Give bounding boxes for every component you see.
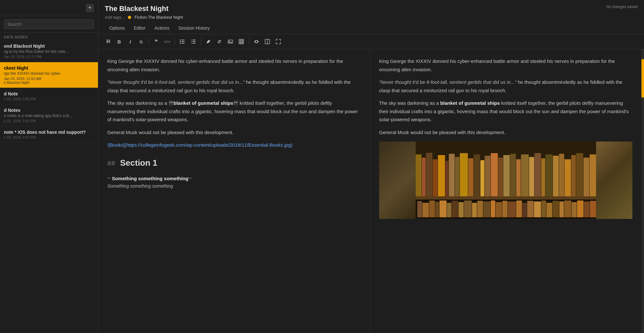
note-preview: n notes is a note-taking app that's a bi…	[4, 113, 94, 118]
link-button[interactable]	[215, 37, 224, 46]
subheading-marker: **	[107, 176, 111, 181]
tab-editor[interactable]: Editor	[129, 23, 150, 34]
svg-rect-45	[545, 154, 553, 196]
subheading-marker-end: **	[188, 176, 192, 181]
svg-rect-51	[583, 158, 589, 196]
preview-pane[interactable]: King George the XIXXIV donned his cyber-…	[370, 49, 642, 333]
svg-rect-52	[590, 154, 596, 196]
svg-rect-71	[516, 201, 522, 217]
editor-paragraph-2: "Never thought it'd be 6-foot-tall, sent…	[107, 78, 361, 94]
split-view-button[interactable]	[263, 37, 272, 46]
svg-rect-62	[458, 202, 464, 217]
svg-rect-72	[522, 203, 527, 217]
svg-rect-14	[239, 39, 244, 44]
svg-rect-70	[508, 201, 516, 217]
search-input[interactable]	[4, 19, 94, 29]
blockquote-button[interactable]: ❝	[151, 37, 161, 46]
note-title: d Note	[4, 91, 94, 96]
note-title: ond Blackest Night	[4, 44, 94, 49]
unordered-list-button[interactable]	[178, 37, 187, 46]
svg-rect-4	[180, 43, 181, 44]
note-title: ckest Night	[4, 65, 94, 71]
note-item[interactable]: d Notes n notes is a note-taking app tha…	[0, 104, 98, 126]
document-title: The Blackest Night	[105, 5, 168, 13]
preview-italic-quote: "Never thought it'd be 6-foot-tall, sent…	[379, 79, 516, 85]
editor-paragraph-3: The sky was darkening as a **blanket of …	[107, 99, 361, 124]
editor-pane[interactable]: King George the XIXXIV donned his cyber-…	[98, 49, 370, 333]
bold-button[interactable]: B	[114, 37, 124, 46]
image-link[interactable]: ![Books](https://collegeinfogeek.com/wp-…	[107, 142, 293, 148]
italic-button[interactable]: I	[125, 37, 135, 46]
note-title: note * iOS does not have md support?	[4, 130, 94, 135]
preview-button[interactable]	[252, 37, 261, 46]
svg-rect-61	[452, 201, 458, 217]
tag-dot-icon	[128, 16, 131, 19]
strikethrough-button[interactable]: S	[136, 37, 146, 46]
section-heading: ## Section 1	[107, 156, 361, 170]
note-item[interactable]: ond Blackest Night ng to try the Plus Ed…	[0, 40, 98, 62]
svg-rect-78	[559, 201, 564, 217]
note-preview: ng to try the Plus Editor for this note.…	[4, 49, 94, 54]
ordered-list-button[interactable]: 1. 2. 3.	[188, 37, 198, 46]
books-image	[379, 142, 633, 219]
preview-bold-text: blanket of gunmetal ships	[440, 100, 500, 106]
svg-rect-38	[503, 155, 510, 196]
scrollbar-thumb[interactable]	[641, 59, 644, 98]
svg-rect-36	[491, 153, 498, 196]
note-preview: rge the XIXXIV donned his cyber-	[4, 71, 94, 76]
note-date: n 22, 2019, 4:57 PM	[4, 135, 94, 139]
tab-session-history[interactable]: Session History	[174, 23, 214, 34]
svg-rect-32	[468, 158, 473, 196]
svg-rect-30	[455, 157, 459, 196]
fullscreen-button[interactable]	[274, 37, 283, 46]
editor-paragraph-1: King George the XIXXIV donned his cyber-…	[107, 57, 361, 73]
italic-quote: "Never thought it'd be 6-foot-tall, sent…	[107, 79, 245, 85]
svg-rect-0	[180, 40, 181, 41]
svg-rect-11	[192, 43, 196, 44]
svg-rect-31	[460, 153, 468, 196]
svg-rect-34	[480, 160, 484, 196]
highlight-button[interactable]	[204, 37, 213, 46]
svg-rect-60	[447, 203, 451, 217]
table-button[interactable]	[236, 37, 246, 46]
tab-options[interactable]: Options	[105, 23, 129, 34]
svg-rect-65	[477, 201, 483, 217]
tab-actions[interactable]: Actions	[150, 23, 174, 34]
svg-rect-26	[433, 159, 437, 196]
subheading-italic: Something something something	[107, 182, 361, 190]
tag-name: Fiction.The Blackest Night	[134, 15, 183, 20]
svg-rect-41	[521, 154, 529, 196]
note-item[interactable]: note * iOS does not have md support? n 2…	[0, 126, 98, 143]
add-tags-button[interactable]: Add tags...	[105, 15, 125, 20]
svg-rect-50	[576, 153, 583, 196]
svg-rect-74	[534, 201, 541, 217]
svg-rect-75	[541, 201, 546, 217]
sidebar: + Date Added ond Blackest Night ng to tr…	[0, 0, 98, 333]
section-heading-text: Section 1	[120, 158, 158, 168]
note-date: n 22, 2019, 5:05 PM	[4, 97, 94, 101]
save-status: All changes saved	[606, 5, 638, 9]
date-added-label: Date Added	[0, 33, 98, 40]
svg-rect-3	[181, 41, 185, 42]
note-item[interactable]: d Note n 22, 2019, 5:05 PM	[0, 88, 98, 104]
image-button[interactable]	[226, 37, 235, 46]
svg-rect-33	[474, 154, 480, 196]
note-item-active[interactable]: ckest Night rge the XIXXIV donned his cy…	[0, 62, 98, 88]
add-note-button[interactable]: +	[86, 4, 94, 12]
svg-rect-48	[564, 159, 571, 196]
svg-rect-24	[422, 158, 426, 196]
svg-rect-29	[449, 154, 455, 196]
heading-button[interactable]: H	[103, 37, 113, 46]
svg-rect-40	[516, 159, 521, 196]
svg-rect-25	[426, 153, 432, 196]
svg-rect-2	[180, 41, 181, 42]
svg-rect-82	[584, 201, 590, 217]
code-button[interactable]: </>	[162, 37, 172, 46]
editor-image-link: ![Books](https://collegeinfogeek.com/wp-…	[107, 141, 361, 149]
svg-rect-42	[529, 157, 534, 196]
editor-area: King George the XIXXIV donned his cyber-…	[98, 49, 644, 333]
editor-toolbar: H B I S ❝ </> 1. 2. 3.	[98, 34, 644, 49]
svg-text:3.: 3.	[191, 42, 192, 44]
svg-rect-39	[510, 154, 516, 196]
svg-rect-46	[553, 156, 559, 196]
